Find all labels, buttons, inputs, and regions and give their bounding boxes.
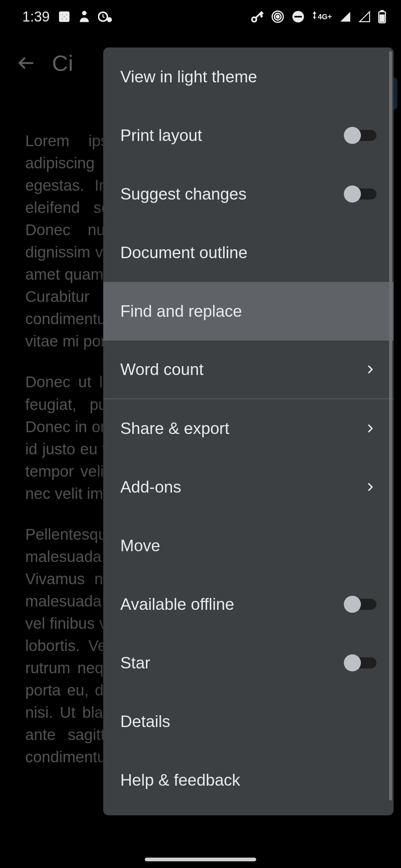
menu-add-ons[interactable]: Add-ons [103,458,394,516]
toggle-available-offline[interactable] [344,596,376,612]
menu-available-offline[interactable]: Available offline [103,575,394,634]
data-4g-icon: 4G+ [312,11,332,22]
menu-find-replace[interactable]: Find and replace [103,282,394,341]
status-time: 1:39 [22,9,50,25]
dice-icon [58,10,71,23]
menu-suggest-changes[interactable]: Suggest changes [103,165,394,223]
toggle-star[interactable] [344,655,376,671]
menu-item-label: Suggest changes [120,185,247,203]
menu-print-layout[interactable]: Print layout [103,106,394,165]
menu-item-label: Available offline [120,595,234,614]
overflow-menu: View in light theme Print layout Suggest… [103,47,394,815]
chevron-right-icon [364,422,376,435]
chevron-right-icon [364,363,376,376]
svg-point-10 [276,15,279,18]
menu-help-feedback[interactable]: Help & feedback [103,751,394,809]
nav-home-indicator[interactable] [145,858,256,861]
menu-word-count[interactable]: Word count [103,341,394,399]
svg-point-1 [61,14,63,16]
battery-icon [378,10,386,23]
svg-point-8 [107,17,112,22]
toggle-suggest-changes[interactable] [344,186,376,202]
menu-item-label: View in light theme [120,68,257,86]
svg-point-2 [65,14,67,16]
menu-item-label: Add-ons [120,478,181,496]
menu-item-label: Find and replace [120,302,242,320]
menu-item-label: Star [120,654,150,672]
key-icon [250,10,264,23]
svg-rect-17 [379,14,385,22]
svg-point-6 [82,11,87,15]
status-left: 1:39 [22,9,113,25]
svg-point-3 [63,16,65,18]
signal-full-icon [339,11,351,23]
menu-move[interactable]: Move [103,516,394,575]
menu-star[interactable]: Star [103,634,394,692]
menu-item-label: Word count [120,360,203,379]
menu-view-light-theme[interactable]: View in light theme [103,47,394,106]
menu-item-label: Share & export [120,419,229,438]
menu-share-export[interactable]: Share & export [103,399,394,458]
svg-point-4 [61,18,63,20]
svg-rect-14 [294,16,302,17]
signal-outline-icon [359,11,371,23]
menu-document-outline[interactable]: Document outline [103,223,394,282]
svg-point-5 [65,18,67,20]
menu-item-label: Print layout [120,126,202,145]
clock-dot-icon [98,10,113,23]
menu-item-label: Move [120,536,160,555]
menu-item-label: Help & feedback [120,771,240,789]
menu-item-label: Details [120,712,170,731]
menu-details[interactable]: Details [103,692,394,751]
menu-scrollbar[interactable] [389,51,392,800]
toggle-print-layout[interactable] [344,127,376,144]
chevron-right-icon [364,481,376,493]
hotspot-icon [271,10,284,23]
status-bar: 1:39 [0,0,401,33]
person-icon [79,10,90,23]
status-right: 4G+ [250,10,386,23]
do-not-disturb-icon [292,10,304,23]
menu-item-label: Document outline [120,243,247,262]
